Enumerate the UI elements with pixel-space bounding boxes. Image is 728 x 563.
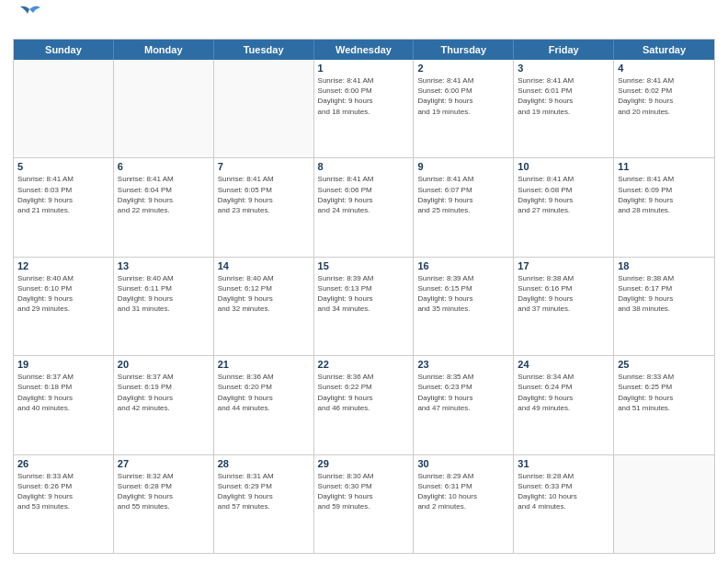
calendar-row-1: 1Sunrise: 8:41 AM Sunset: 6:00 PM Daylig… bbox=[14, 60, 714, 158]
day-number: 30 bbox=[417, 458, 509, 469]
day-info: Sunrise: 8:41 AM Sunset: 6:00 PM Dayligh… bbox=[417, 75, 509, 117]
calendar: SundayMondayTuesdayWednesdayThursdayFrid… bbox=[13, 39, 715, 554]
day-info: Sunrise: 8:35 AM Sunset: 6:23 PM Dayligh… bbox=[417, 372, 509, 413]
day-info: Sunrise: 8:39 AM Sunset: 6:13 PM Dayligh… bbox=[318, 273, 410, 315]
day-number: 1 bbox=[318, 63, 410, 74]
day-cell-19: 19Sunrise: 8:37 AM Sunset: 6:18 PM Dayli… bbox=[14, 356, 114, 454]
day-info: Sunrise: 8:41 AM Sunset: 6:07 PM Dayligh… bbox=[417, 174, 509, 215]
day-info: Sunrise: 8:41 AM Sunset: 6:03 PM Dayligh… bbox=[17, 174, 109, 215]
day-cell-12: 12Sunrise: 8:40 AM Sunset: 6:10 PM Dayli… bbox=[14, 258, 114, 355]
day-number: 10 bbox=[518, 161, 609, 172]
day-cell-16: 16Sunrise: 8:39 AM Sunset: 6:15 PM Dayli… bbox=[414, 258, 514, 355]
day-cell-3: 3Sunrise: 8:41 AM Sunset: 6:01 PM Daylig… bbox=[514, 60, 614, 157]
day-number: 31 bbox=[518, 458, 609, 469]
day-cell-25: 25Sunrise: 8:33 AM Sunset: 6:25 PM Dayli… bbox=[614, 356, 714, 454]
day-number: 7 bbox=[218, 161, 310, 172]
day-cell-17: 17Sunrise: 8:38 AM Sunset: 6:16 PM Dayli… bbox=[514, 258, 614, 355]
day-cell-20: 20Sunrise: 8:37 AM Sunset: 6:19 PM Dayli… bbox=[114, 356, 214, 454]
day-info: Sunrise: 8:33 AM Sunset: 6:25 PM Dayligh… bbox=[618, 372, 711, 413]
day-number: 6 bbox=[118, 161, 210, 172]
day-number: 17 bbox=[518, 260, 609, 271]
calendar-header: SundayMondayTuesdayWednesdayThursdayFrid… bbox=[14, 40, 714, 60]
day-info: Sunrise: 8:41 AM Sunset: 6:04 PM Dayligh… bbox=[118, 174, 210, 215]
day-info: Sunrise: 8:37 AM Sunset: 6:19 PM Dayligh… bbox=[118, 372, 210, 413]
day-number: 26 bbox=[17, 458, 109, 469]
calendar-row-3: 12Sunrise: 8:40 AM Sunset: 6:10 PM Dayli… bbox=[14, 258, 714, 356]
day-info: Sunrise: 8:40 AM Sunset: 6:11 PM Dayligh… bbox=[118, 273, 210, 315]
day-cell-2: 2Sunrise: 8:41 AM Sunset: 6:00 PM Daylig… bbox=[414, 60, 514, 157]
day-cell-24: 24Sunrise: 8:34 AM Sunset: 6:24 PM Dayli… bbox=[514, 356, 614, 454]
day-info: Sunrise: 8:41 AM Sunset: 6:08 PM Dayligh… bbox=[518, 174, 609, 215]
day-info: Sunrise: 8:33 AM Sunset: 6:26 PM Dayligh… bbox=[17, 471, 109, 512]
day-info: Sunrise: 8:34 AM Sunset: 6:24 PM Dayligh… bbox=[518, 372, 609, 413]
day-number: 29 bbox=[318, 458, 410, 469]
weekday-header-thursday: Thursday bbox=[414, 40, 514, 60]
day-info: Sunrise: 8:36 AM Sunset: 6:20 PM Dayligh… bbox=[218, 372, 310, 413]
day-info: Sunrise: 8:41 AM Sunset: 6:05 PM Dayligh… bbox=[218, 174, 310, 215]
day-cell-29: 29Sunrise: 8:30 AM Sunset: 6:30 PM Dayli… bbox=[314, 455, 415, 553]
day-cell-18: 18Sunrise: 8:38 AM Sunset: 6:17 PM Dayli… bbox=[614, 258, 714, 355]
day-cell-7: 7Sunrise: 8:41 AM Sunset: 6:05 PM Daylig… bbox=[214, 158, 314, 256]
weekday-header-monday: Monday bbox=[114, 40, 214, 60]
day-cell-31: 31Sunrise: 8:28 AM Sunset: 6:33 PM Dayli… bbox=[514, 455, 614, 553]
weekday-header-wednesday: Wednesday bbox=[314, 40, 415, 60]
day-info: Sunrise: 8:41 AM Sunset: 6:09 PM Dayligh… bbox=[618, 174, 711, 215]
day-cell-empty-0-2 bbox=[214, 60, 314, 157]
day-cell-28: 28Sunrise: 8:31 AM Sunset: 6:29 PM Dayli… bbox=[214, 455, 314, 553]
day-number: 25 bbox=[618, 359, 711, 370]
day-cell-23: 23Sunrise: 8:35 AM Sunset: 6:23 PM Dayli… bbox=[414, 356, 514, 454]
day-cell-9: 9Sunrise: 8:41 AM Sunset: 6:07 PM Daylig… bbox=[414, 158, 514, 256]
day-info: Sunrise: 8:38 AM Sunset: 6:16 PM Dayligh… bbox=[518, 273, 609, 315]
day-number: 16 bbox=[417, 260, 509, 271]
day-number: 11 bbox=[618, 161, 711, 172]
day-number: 9 bbox=[417, 161, 509, 172]
day-info: Sunrise: 8:36 AM Sunset: 6:22 PM Dayligh… bbox=[318, 372, 410, 413]
day-info: Sunrise: 8:41 AM Sunset: 6:06 PM Dayligh… bbox=[318, 174, 410, 215]
weekday-header-friday: Friday bbox=[514, 40, 614, 60]
logo bbox=[13, 9, 42, 33]
day-cell-14: 14Sunrise: 8:40 AM Sunset: 6:12 PM Dayli… bbox=[214, 258, 314, 355]
logo-bird-icon bbox=[17, 2, 42, 33]
day-number: 28 bbox=[218, 458, 310, 469]
calendar-row-5: 26Sunrise: 8:33 AM Sunset: 6:26 PM Dayli… bbox=[14, 455, 714, 553]
day-number: 21 bbox=[218, 359, 310, 370]
day-cell-15: 15Sunrise: 8:39 AM Sunset: 6:13 PM Dayli… bbox=[314, 258, 415, 355]
day-number: 23 bbox=[417, 359, 509, 370]
day-number: 19 bbox=[17, 359, 109, 370]
day-number: 8 bbox=[318, 161, 410, 172]
day-number: 24 bbox=[518, 359, 609, 370]
day-cell-empty-4-6 bbox=[614, 455, 714, 553]
calendar-body: 1Sunrise: 8:41 AM Sunset: 6:00 PM Daylig… bbox=[14, 60, 714, 553]
day-info: Sunrise: 8:41 AM Sunset: 6:00 PM Dayligh… bbox=[318, 75, 410, 117]
weekday-header-tuesday: Tuesday bbox=[214, 40, 314, 60]
day-cell-22: 22Sunrise: 8:36 AM Sunset: 6:22 PM Dayli… bbox=[314, 356, 415, 454]
day-cell-30: 30Sunrise: 8:29 AM Sunset: 6:31 PM Dayli… bbox=[414, 455, 514, 553]
day-cell-21: 21Sunrise: 8:36 AM Sunset: 6:20 PM Dayli… bbox=[214, 356, 314, 454]
day-number: 5 bbox=[17, 161, 109, 172]
day-info: Sunrise: 8:37 AM Sunset: 6:18 PM Dayligh… bbox=[17, 372, 109, 413]
day-number: 12 bbox=[17, 260, 109, 271]
day-info: Sunrise: 8:38 AM Sunset: 6:17 PM Dayligh… bbox=[618, 273, 711, 315]
day-info: Sunrise: 8:31 AM Sunset: 6:29 PM Dayligh… bbox=[218, 471, 310, 512]
day-number: 3 bbox=[518, 63, 609, 74]
calendar-row-4: 19Sunrise: 8:37 AM Sunset: 6:18 PM Dayli… bbox=[14, 356, 714, 454]
page: SundayMondayTuesdayWednesdayThursdayFrid… bbox=[0, 0, 728, 563]
day-cell-empty-0-0 bbox=[14, 60, 114, 157]
day-info: Sunrise: 8:28 AM Sunset: 6:33 PM Dayligh… bbox=[518, 471, 609, 512]
day-number: 14 bbox=[218, 260, 310, 271]
day-number: 13 bbox=[118, 260, 210, 271]
day-cell-1: 1Sunrise: 8:41 AM Sunset: 6:00 PM Daylig… bbox=[314, 60, 415, 157]
day-number: 22 bbox=[318, 359, 410, 370]
day-cell-10: 10Sunrise: 8:41 AM Sunset: 6:08 PM Dayli… bbox=[514, 158, 614, 256]
day-info: Sunrise: 8:41 AM Sunset: 6:01 PM Dayligh… bbox=[518, 75, 609, 117]
calendar-row-2: 5Sunrise: 8:41 AM Sunset: 6:03 PM Daylig… bbox=[14, 158, 714, 257]
day-info: Sunrise: 8:30 AM Sunset: 6:30 PM Dayligh… bbox=[318, 471, 410, 512]
day-cell-13: 13Sunrise: 8:40 AM Sunset: 6:11 PM Dayli… bbox=[114, 258, 214, 355]
day-cell-27: 27Sunrise: 8:32 AM Sunset: 6:28 PM Dayli… bbox=[114, 455, 214, 553]
day-cell-4: 4Sunrise: 8:41 AM Sunset: 6:02 PM Daylig… bbox=[614, 60, 714, 157]
header bbox=[13, 9, 715, 33]
day-cell-5: 5Sunrise: 8:41 AM Sunset: 6:03 PM Daylig… bbox=[14, 158, 114, 256]
day-info: Sunrise: 8:41 AM Sunset: 6:02 PM Dayligh… bbox=[618, 75, 711, 117]
day-info: Sunrise: 8:29 AM Sunset: 6:31 PM Dayligh… bbox=[417, 471, 509, 512]
day-info: Sunrise: 8:40 AM Sunset: 6:10 PM Dayligh… bbox=[17, 273, 109, 315]
